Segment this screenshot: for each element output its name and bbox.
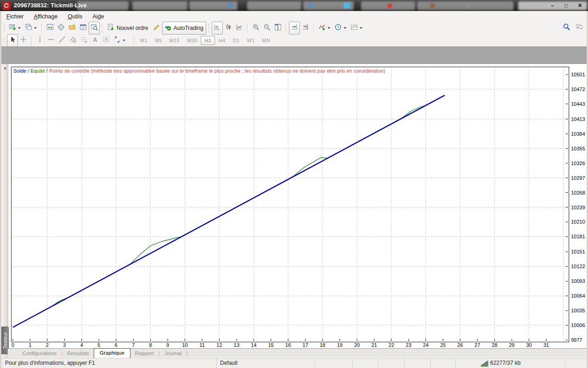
timeframe-w1[interactable]: W1 <box>243 36 258 45</box>
trend-line-button[interactable] <box>57 34 68 47</box>
x-tick-label: 18 <box>320 342 325 348</box>
menu-aide[interactable]: Aide <box>87 12 109 22</box>
tile-windows-button[interactable] <box>272 22 283 34</box>
ghost-favicon <box>430 3 435 8</box>
tab-journal[interactable]: Journal <box>160 351 187 356</box>
line-chart-button[interactable] <box>234 22 245 34</box>
x-tick-label: 11 <box>199 342 204 348</box>
y-tick-label: 10210 <box>571 219 585 224</box>
svg-text:T: T <box>105 38 107 42</box>
profiles-button[interactable] <box>23 22 39 34</box>
application-window: 2096738832: Tickmill-Live –□✕ FichierAff… <box>0 0 588 368</box>
close-button[interactable]: ✕ <box>574 1 586 10</box>
favorites-button[interactable] <box>67 22 78 34</box>
y-tick-label: 10093 <box>571 278 585 284</box>
menu-fichier[interactable]: Fichier <box>1 12 29 22</box>
x-tick-label: 13 <box>234 342 239 348</box>
periods-button[interactable] <box>333 22 349 34</box>
tab-configurations[interactable]: Configurations <box>18 351 61 356</box>
y-tick-label: 10297 <box>571 175 585 181</box>
text-label-button[interactable]: T <box>101 34 112 47</box>
navigator-button[interactable] <box>56 22 67 34</box>
equidistant-channel-button[interactable]: E <box>68 34 79 47</box>
text-icon: A <box>91 36 99 45</box>
templates-button[interactable] <box>349 22 365 34</box>
arrows-button[interactable] <box>112 34 128 47</box>
arrows-icon <box>113 36 121 45</box>
horizontal-line-button[interactable] <box>45 34 57 47</box>
bar-chart-button[interactable] <box>212 22 223 34</box>
strategy-tester-button[interactable] <box>89 22 100 34</box>
x-tick-label: 7 <box>132 342 135 348</box>
crosshair-button[interactable] <box>18 34 29 47</box>
y-tick-label: 10151 <box>571 249 585 254</box>
zoom-out-icon <box>263 23 271 33</box>
timeframe-d1[interactable]: D1 <box>229 36 243 45</box>
candlestick-chart-button[interactable] <box>223 22 234 34</box>
minimize-button[interactable]: – <box>546 1 559 10</box>
timeframe-m30[interactable]: M30 <box>183 36 201 45</box>
new-chart-icon <box>9 23 16 33</box>
profiles-icon <box>25 23 32 33</box>
chevron-down-icon[interactable] <box>34 27 37 29</box>
title-bar: 2096738832: Tickmill-Live –□✕ <box>0 0 588 11</box>
svg-text:F: F <box>85 40 87 44</box>
chevron-down-icon[interactable] <box>18 27 21 29</box>
search-icon[interactable] <box>563 23 570 32</box>
x-tick-label: 28 <box>492 342 497 348</box>
zoom-out-button[interactable] <box>261 22 272 34</box>
auto-scroll-button[interactable] <box>289 22 300 34</box>
cursor-button[interactable] <box>7 34 18 47</box>
chevron-down-icon[interactable] <box>328 27 330 29</box>
x-tick-label: 24 <box>423 342 429 348</box>
text-button[interactable]: A <box>90 34 101 47</box>
indicators-icon <box>318 23 326 33</box>
x-tick-label: 25 <box>440 342 446 348</box>
chevron-down-icon[interactable] <box>344 27 346 29</box>
toolbar-separator <box>31 36 32 45</box>
toolbar-grip[interactable] <box>132 36 135 45</box>
y-tick-label: 10268 <box>571 190 585 196</box>
vertical-line-button[interactable] <box>34 34 45 47</box>
timeframe-m15[interactable]: M15 <box>166 36 183 45</box>
x-tick-label: 6 <box>115 342 118 348</box>
bar-chart-icon <box>214 23 221 33</box>
toolbar-main: Nouvel ordreAutoTrading <box>1 22 587 35</box>
timeframe-m5[interactable]: M5 <box>151 36 166 45</box>
chat-icon[interactable] <box>576 23 583 32</box>
zoom-in-button[interactable] <box>250 22 261 34</box>
chevron-down-icon[interactable] <box>360 27 362 29</box>
chart-shift-button[interactable] <box>300 22 311 34</box>
zoom-in-icon <box>252 23 260 33</box>
chevron-down-icon[interactable] <box>123 40 125 41</box>
autotrading-button[interactable]: AutoTrading <box>162 22 206 34</box>
tab-graphique[interactable]: Graphique <box>94 348 130 358</box>
svg-text:E: E <box>74 40 77 43</box>
status-profile[interactable]: Default <box>217 358 315 368</box>
x-tick-label: 27 <box>475 342 480 348</box>
toolbar-grip[interactable] <box>3 24 5 32</box>
menu-affichage[interactable]: Affichage <box>29 12 63 22</box>
maximize-button[interactable]: □ <box>560 1 572 10</box>
chart-legend: Solde / Equité / Points de contrôle (mét… <box>13 68 385 74</box>
indicators-button[interactable] <box>317 22 333 34</box>
text-label-icon: T <box>102 36 110 45</box>
fibonacci-button[interactable]: F <box>79 34 90 47</box>
metaeditor-button[interactable] <box>151 22 162 34</box>
tester-close-icon[interactable]: × <box>2 66 8 71</box>
timeframe-h1[interactable]: H1 <box>201 36 215 45</box>
timeframe-h4[interactable]: H4 <box>215 36 229 45</box>
timeframe-mn[interactable]: MN <box>259 36 274 45</box>
tab-resultats[interactable]: Resultats <box>62 351 94 356</box>
x-tick-label: 19 <box>337 342 342 348</box>
terminal-button[interactable] <box>78 22 89 34</box>
new-order-button[interactable]: Nouvel ordre <box>105 22 151 34</box>
timeframe-m1[interactable]: M1 <box>136 36 151 45</box>
legend-separator: / <box>45 68 49 74</box>
status-cell <box>352 358 378 368</box>
market-watch-button[interactable] <box>45 22 56 34</box>
menu-outils[interactable]: Outils <box>62 12 87 22</box>
toolbar-grip[interactable] <box>3 36 5 45</box>
new-chart-button[interactable] <box>7 22 23 34</box>
tab-rapport[interactable]: Rapport <box>130 351 158 356</box>
